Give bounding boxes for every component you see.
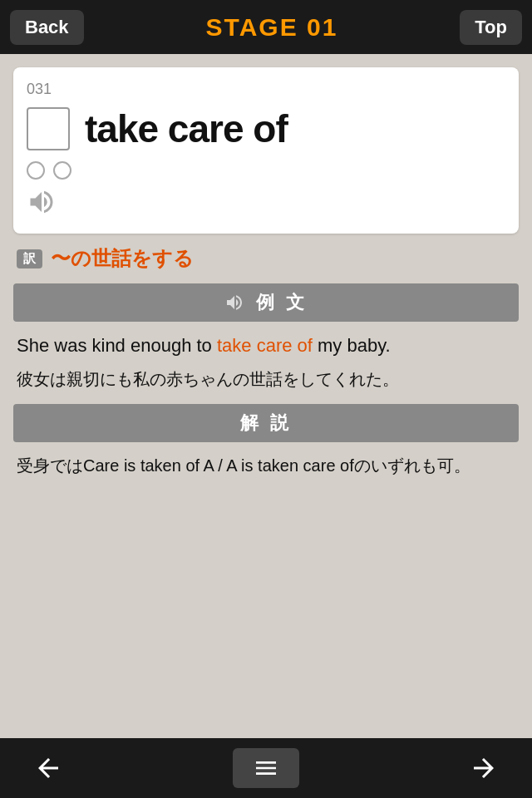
example-en-highlight: take care of xyxy=(217,335,313,356)
menu-icon xyxy=(253,755,279,781)
example-speaker-icon xyxy=(224,293,244,313)
bottom-bar xyxy=(0,738,532,798)
explanation-text: 受身ではCare is taken of A / A is taken care… xyxy=(17,452,515,479)
card-checkbox[interactable] xyxy=(27,107,70,150)
translation-row: 訳 〜の世話をする xyxy=(13,245,519,272)
card-number: 031 xyxy=(27,81,505,98)
translation-text: 〜の世話をする xyxy=(51,245,194,272)
yaku-badge: 訳 xyxy=(17,249,42,268)
arrow-left-icon xyxy=(33,753,63,783)
example-en-before: She was kind enough to xyxy=(17,335,217,356)
card-main-row: take care of xyxy=(27,106,505,151)
circle-1[interactable] xyxy=(27,161,45,180)
explanation-header: 解 説 xyxy=(13,404,519,442)
top-button[interactable]: Top xyxy=(460,10,522,45)
menu-button[interactable] xyxy=(233,748,299,788)
prev-button[interactable] xyxy=(33,753,63,783)
stage-number: 01 xyxy=(307,13,337,41)
main-content: 031 take care of 訳 〜の世話をする 例 文 She was k… xyxy=(0,54,532,479)
explanation-section-title: 解 説 xyxy=(240,411,292,436)
card-circles xyxy=(27,161,505,180)
arrow-right-icon xyxy=(469,753,499,783)
card-word: take care of xyxy=(85,106,288,151)
speaker-icon xyxy=(27,187,57,217)
stage-label: STAGE xyxy=(206,13,307,41)
back-button[interactable]: Back xyxy=(10,10,84,45)
card-speaker-button[interactable] xyxy=(27,187,57,220)
stage-title: STAGE 01 xyxy=(206,13,338,42)
example-english: She was kind enough to take care of my b… xyxy=(17,332,515,359)
example-section-title: 例 文 xyxy=(256,290,308,315)
vocab-card: 031 take care of xyxy=(13,67,519,234)
header: Back STAGE 01 Top xyxy=(0,0,532,54)
example-header[interactable]: 例 文 xyxy=(13,283,519,322)
circle-2[interactable] xyxy=(53,161,71,180)
example-section: She was kind enough to take care of my b… xyxy=(13,332,519,392)
next-button[interactable] xyxy=(469,753,499,783)
example-en-after: my baby. xyxy=(313,335,391,356)
explanation-section: 受身ではCare is taken of A / A is taken care… xyxy=(13,452,519,479)
example-japanese: 彼女は親切にも私の赤ちゃんの世話をしてくれた。 xyxy=(17,366,515,392)
